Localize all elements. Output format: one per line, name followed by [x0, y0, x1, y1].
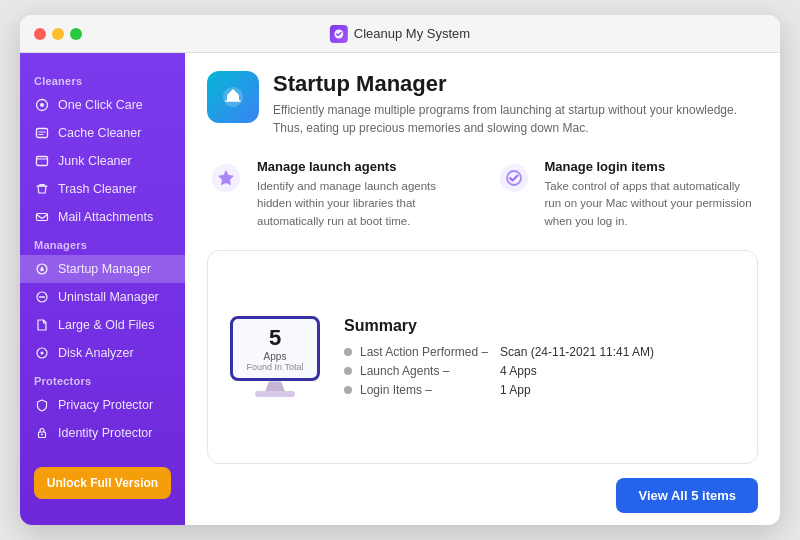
content-header-text: Startup Manager Efficiently manage multi… — [273, 71, 758, 137]
view-all-button[interactable]: View All 5 items — [616, 478, 758, 513]
apps-sub: Found In Total — [247, 362, 304, 372]
feature-card-login-items: Manage login items Take control of apps … — [495, 159, 759, 230]
summary-details: Summary Last Action Performed – Scan (24… — [344, 317, 735, 397]
monitor-screen: 5 Apps Found In Total — [230, 316, 320, 381]
disk-analyzer-icon — [34, 345, 50, 361]
cleaners-section-label: Cleaners — [20, 67, 185, 91]
protectors-section-label: Protectors — [20, 367, 185, 391]
sidebar-item-junk-cleaner[interactable]: Junk Cleaner — [20, 147, 185, 175]
sidebar-item-startup-manager[interactable]: Startup Manager — [20, 255, 185, 283]
close-button[interactable] — [34, 28, 46, 40]
main-window: Cleanup My System Cleaners One Click Car… — [20, 15, 780, 525]
sidebar-label: Cache Cleaner — [58, 126, 141, 140]
sidebar-item-cache-cleaner[interactable]: Cache Cleaner — [20, 119, 185, 147]
trash-cleaner-icon — [34, 181, 50, 197]
sidebar-label: Trash Cleaner — [58, 182, 137, 196]
summary-value: Scan (24-11-2021 11:41 AM) — [500, 345, 654, 359]
sidebar-item-large-old-files[interactable]: Large & Old Files — [20, 311, 185, 339]
summary-title: Summary — [344, 317, 735, 335]
sidebar-item-mail-attachments[interactable]: Mail Attachments — [20, 203, 185, 231]
large-files-icon — [34, 317, 50, 333]
feature-card-launch-agents: Manage launch agents Identify and manage… — [207, 159, 471, 230]
feature-card-launch-agents-text: Manage launch agents Identify and manage… — [257, 159, 471, 230]
page-description: Efficiently manage multiple programs fro… — [273, 101, 758, 137]
summary-label: Login Items – — [360, 383, 500, 397]
content-header: Startup Manager Efficiently manage multi… — [207, 71, 758, 137]
unlock-full-version-button[interactable]: Unlock Full Version — [34, 467, 171, 499]
junk-cleaner-icon — [34, 153, 50, 169]
feature-desc: Take control of apps that automatically … — [545, 178, 759, 230]
apps-count: 5 — [269, 325, 281, 351]
login-items-icon — [495, 159, 533, 197]
feature-desc: Identify and manage launch agents hidden… — [257, 178, 471, 230]
one-click-care-icon — [34, 97, 50, 113]
svg-point-11 — [41, 352, 44, 355]
startup-manager-big-icon — [207, 71, 259, 123]
sidebar-label: Disk Analyzer — [58, 346, 134, 360]
startup-manager-icon — [34, 261, 50, 277]
summary-label: Launch Agents – — [360, 364, 500, 378]
launch-agents-icon — [207, 159, 245, 197]
svg-rect-14 — [227, 95, 239, 101]
monitor-graphic: 5 Apps Found In Total — [230, 316, 320, 397]
traffic-lights — [34, 28, 82, 40]
page-title: Startup Manager — [273, 71, 758, 97]
sidebar-label: Privacy Protector — [58, 398, 153, 412]
feature-card-login-items-text: Manage login items Take control of apps … — [545, 159, 759, 230]
apps-label: Apps — [264, 351, 287, 362]
fullscreen-button[interactable] — [70, 28, 82, 40]
summary-row-last-action: Last Action Performed – Scan (24-11-2021… — [344, 345, 735, 359]
summary-row-launch-agents: Launch Agents – 4 Apps — [344, 364, 735, 378]
summary-rows: Last Action Performed – Scan (24-11-2021… — [344, 345, 735, 397]
feature-cards: Manage launch agents Identify and manage… — [207, 159, 758, 230]
mail-icon — [34, 209, 50, 225]
sidebar-label: Mail Attachments — [58, 210, 153, 224]
sidebar-label: Junk Cleaner — [58, 154, 132, 168]
sidebar-item-identity-protector[interactable]: Identity Protector — [20, 419, 185, 447]
summary-value: 1 App — [500, 383, 531, 397]
sidebar-item-disk-analyzer[interactable]: Disk Analyzer — [20, 339, 185, 367]
sidebar-label: Uninstall Manager — [58, 290, 159, 304]
summary-label: Last Action Performed – — [360, 345, 500, 359]
app-title: Cleanup My System — [354, 26, 470, 41]
svg-rect-6 — [37, 157, 48, 166]
minimize-button[interactable] — [52, 28, 64, 40]
main-layout: Cleaners One Click Care Cache Cleaner Ju… — [20, 53, 780, 525]
sidebar-label: Startup Manager — [58, 262, 151, 276]
titlebar: Cleanup My System — [20, 15, 780, 53]
summary-row-login-items: Login Items – 1 App — [344, 383, 735, 397]
summary-value: 4 Apps — [500, 364, 537, 378]
app-icon — [330, 25, 348, 43]
sidebar-item-uninstall-manager[interactable]: Uninstall Manager — [20, 283, 185, 311]
monitor-base — [255, 391, 295, 397]
svg-rect-8 — [37, 214, 48, 221]
svg-point-2 — [40, 103, 44, 107]
svg-point-13 — [41, 434, 43, 436]
sidebar-item-trash-cleaner[interactable]: Trash Cleaner — [20, 175, 185, 203]
sidebar-label: Large & Old Files — [58, 318, 155, 332]
uninstall-manager-icon — [34, 289, 50, 305]
monitor-stand — [265, 381, 285, 391]
titlebar-title: Cleanup My System — [330, 25, 470, 43]
sidebar: Cleaners One Click Care Cache Cleaner Ju… — [20, 53, 185, 525]
sidebar-label: Identity Protector — [58, 426, 153, 440]
privacy-protector-icon — [34, 397, 50, 413]
summary-card: 5 Apps Found In Total Summary Last Actio… — [207, 250, 758, 464]
identity-protector-icon — [34, 425, 50, 441]
managers-section-label: Managers — [20, 231, 185, 255]
cache-cleaner-icon — [34, 125, 50, 141]
feature-title: Manage launch agents — [257, 159, 471, 174]
summary-dot — [344, 367, 352, 375]
summary-dot — [344, 386, 352, 394]
feature-title: Manage login items — [545, 159, 759, 174]
unlock-btn-container: Unlock Full Version — [20, 455, 185, 511]
sidebar-label: One Click Care — [58, 98, 143, 112]
sidebar-item-privacy-protector[interactable]: Privacy Protector — [20, 391, 185, 419]
summary-dot — [344, 348, 352, 356]
sidebar-item-one-click-care[interactable]: One Click Care — [20, 91, 185, 119]
svg-rect-3 — [37, 129, 48, 138]
